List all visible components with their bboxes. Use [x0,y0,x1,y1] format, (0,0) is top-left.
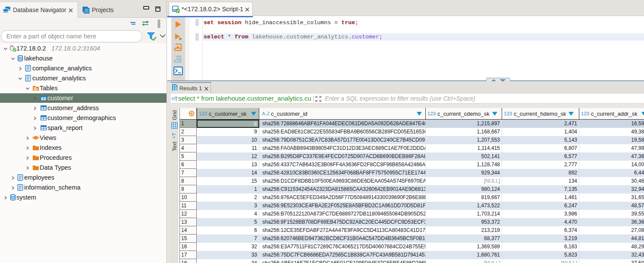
svg-text:Text: Text [172,141,178,151]
svg-text:Grid: Grid [172,110,178,120]
